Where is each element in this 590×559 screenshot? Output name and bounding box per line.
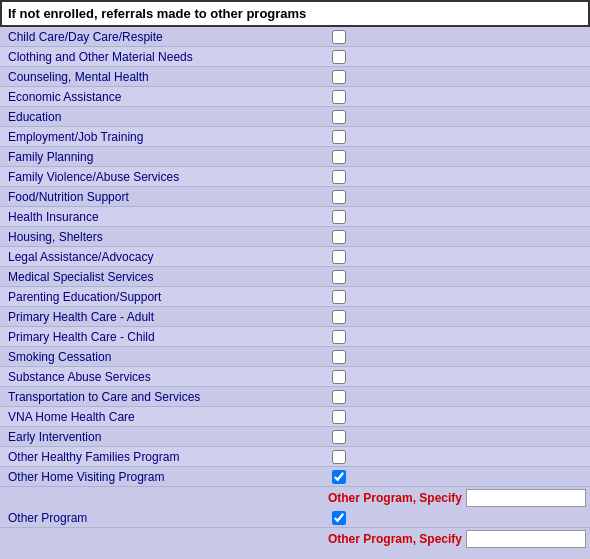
specify-input-1[interactable]	[466, 489, 586, 507]
checkbox-cell	[314, 110, 364, 124]
table-row: Parenting Education/Support	[0, 287, 590, 307]
row-checkbox[interactable]	[332, 370, 346, 384]
row-label: Child Care/Day Care/Respite	[4, 30, 314, 44]
row-label: Clothing and Other Material Needs	[4, 50, 314, 64]
specify-label-1: Other Program, Specify	[328, 491, 462, 505]
row-checkbox[interactable]	[332, 430, 346, 444]
checkbox-cell	[314, 170, 364, 184]
row-label: Health Insurance	[4, 210, 314, 224]
section-header: If not enrolled, referrals made to other…	[0, 0, 590, 27]
checkbox-cell	[314, 70, 364, 84]
table-row: Family Planning	[0, 147, 590, 167]
checkbox-cell	[314, 290, 364, 304]
table-row: Employment/Job Training	[0, 127, 590, 147]
checkbox-cell	[314, 150, 364, 164]
row-checkbox[interactable]	[332, 350, 346, 364]
row-label: Economic Assistance	[4, 90, 314, 104]
specify-row-2: Other Program, Specify	[0, 528, 590, 550]
table-row: Smoking Cessation	[0, 347, 590, 367]
table-row: Early Intervention	[0, 427, 590, 447]
table-row: Primary Health Care - Adult	[0, 307, 590, 327]
row-checkbox[interactable]	[332, 230, 346, 244]
other-program-checkbox-cell	[314, 511, 364, 525]
row-label: VNA Home Health Care	[4, 410, 314, 424]
checkbox-cell	[314, 350, 364, 364]
table-row: Food/Nutrition Support	[0, 187, 590, 207]
row-checkbox[interactable]	[332, 70, 346, 84]
table-row: Other Home Visiting Program	[0, 467, 590, 487]
row-checkbox[interactable]	[332, 170, 346, 184]
row-checkbox[interactable]	[332, 150, 346, 164]
row-label: Family Violence/Abuse Services	[4, 170, 314, 184]
row-checkbox[interactable]	[332, 270, 346, 284]
table-row: Other Healthy Families Program	[0, 447, 590, 467]
checkbox-cell	[314, 50, 364, 64]
checkbox-cell	[314, 430, 364, 444]
specify-input-2[interactable]	[466, 530, 586, 548]
table-row: Legal Assistance/Advocacy	[0, 247, 590, 267]
row-label: Substance Abuse Services	[4, 370, 314, 384]
table-row: VNA Home Health Care	[0, 407, 590, 427]
table-row: Housing, Shelters	[0, 227, 590, 247]
row-checkbox[interactable]	[332, 390, 346, 404]
table-row: Counseling, Mental Health	[0, 67, 590, 87]
table-row: Clothing and Other Material Needs	[0, 47, 590, 67]
row-label: Primary Health Care - Child	[4, 330, 314, 344]
checkbox-cell	[314, 30, 364, 44]
row-label: Smoking Cessation	[4, 350, 314, 364]
table-row: Child Care/Day Care/Respite	[0, 27, 590, 47]
referrals-list: Child Care/Day Care/RespiteClothing and …	[0, 27, 590, 487]
table-row: Family Violence/Abuse Services	[0, 167, 590, 187]
row-checkbox[interactable]	[332, 90, 346, 104]
row-checkbox[interactable]	[332, 50, 346, 64]
row-checkbox[interactable]	[332, 210, 346, 224]
table-row: Education	[0, 107, 590, 127]
row-checkbox[interactable]	[332, 30, 346, 44]
table-row: Substance Abuse Services	[0, 367, 590, 387]
checkbox-cell	[314, 250, 364, 264]
checkbox-cell	[314, 470, 364, 484]
row-checkbox[interactable]	[332, 290, 346, 304]
checkbox-cell	[314, 270, 364, 284]
row-label: Other Home Visiting Program	[4, 470, 314, 484]
table-row: Primary Health Care - Child	[0, 327, 590, 347]
table-row: Health Insurance	[0, 207, 590, 227]
specify-row-1: Other Program, Specify	[0, 487, 590, 509]
row-checkbox[interactable]	[332, 190, 346, 204]
checkbox-cell	[314, 230, 364, 244]
row-label: Early Intervention	[4, 430, 314, 444]
row-label: Counseling, Mental Health	[4, 70, 314, 84]
other-program-checkbox[interactable]	[332, 511, 346, 525]
table-row: Transportation to Care and Services	[0, 387, 590, 407]
table-row: Medical Specialist Services	[0, 267, 590, 287]
row-checkbox[interactable]	[332, 330, 346, 344]
row-checkbox[interactable]	[332, 310, 346, 324]
row-checkbox[interactable]	[332, 450, 346, 464]
row-label: Employment/Job Training	[4, 130, 314, 144]
row-checkbox[interactable]	[332, 410, 346, 424]
main-container: If not enrolled, referrals made to other…	[0, 0, 590, 550]
checkbox-cell	[314, 330, 364, 344]
row-label: Primary Health Care - Adult	[4, 310, 314, 324]
table-row: Economic Assistance	[0, 87, 590, 107]
row-checkbox[interactable]	[332, 110, 346, 124]
row-label: Transportation to Care and Services	[4, 390, 314, 404]
checkbox-cell	[314, 310, 364, 324]
checkbox-cell	[314, 410, 364, 424]
other-program-label: Other Program	[4, 511, 314, 525]
checkbox-cell	[314, 190, 364, 204]
row-label: Legal Assistance/Advocacy	[4, 250, 314, 264]
row-checkbox[interactable]	[332, 130, 346, 144]
row-label: Education	[4, 110, 314, 124]
row-checkbox[interactable]	[332, 250, 346, 264]
row-checkbox[interactable]	[332, 470, 346, 484]
row-label: Food/Nutrition Support	[4, 190, 314, 204]
checkbox-cell	[314, 90, 364, 104]
checkbox-cell	[314, 210, 364, 224]
row-label: Housing, Shelters	[4, 230, 314, 244]
header-title: If not enrolled, referrals made to other…	[8, 6, 306, 21]
checkbox-cell	[314, 450, 364, 464]
row-label: Parenting Education/Support	[4, 290, 314, 304]
other-program-row: Other Program	[0, 509, 590, 528]
row-label: Medical Specialist Services	[4, 270, 314, 284]
